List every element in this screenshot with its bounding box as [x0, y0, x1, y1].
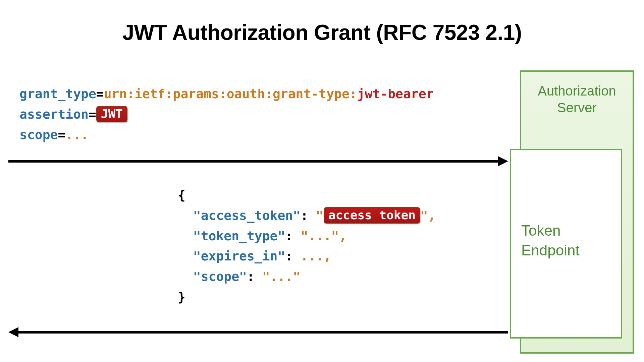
- open-brace: {: [178, 185, 436, 205]
- scope-key: scope: [19, 127, 58, 142]
- response-arrow-icon: [8, 327, 508, 337]
- response-json: { "access_token": "access token", "token…: [178, 185, 436, 307]
- quote-close: ",: [420, 208, 436, 223]
- request-arrow-icon: [8, 156, 508, 166]
- token-type-key: "token_type": [193, 229, 285, 243]
- token-type-value: "...",: [301, 229, 346, 243]
- grant-type-key: grant_type: [19, 86, 96, 101]
- scope-line: scope=...: [19, 125, 434, 145]
- jwt-badge: JWT: [96, 106, 127, 122]
- access-token-line: "access_token": "access token",: [178, 205, 436, 226]
- slide-title: JWT Authorization Grant (RFC 7523 2.1): [0, 20, 644, 45]
- resp-scope-key: "scope": [193, 269, 247, 284]
- expires-in-key: "expires_in": [193, 249, 285, 263]
- grant-type-urn: urn:ietf:params:oauth:grant-type:: [104, 86, 357, 101]
- equals-sign: =: [89, 107, 96, 122]
- equals-sign: =: [58, 127, 65, 142]
- colon: :: [247, 269, 255, 284]
- close-brace: }: [178, 287, 436, 307]
- expires-in-line: "expires_in": ...,: [178, 246, 436, 266]
- access-token-badge: access token: [324, 207, 420, 224]
- token-type-line: "token_type": "...",: [178, 226, 436, 246]
- colon: :: [285, 249, 293, 263]
- scope-value: ...: [65, 127, 89, 142]
- scope-line: "scope": "...": [178, 266, 436, 287]
- token-endpoint-label: TokenEndpoint: [511, 150, 621, 260]
- quote-open: ": [316, 208, 324, 223]
- equals-sign: =: [96, 86, 104, 101]
- request-parameters: grant_type=urn:ietf:params:oauth:grant-t…: [19, 84, 434, 145]
- authorization-server-label: AuthorizationServer: [521, 72, 633, 116]
- resp-scope-value: "...": [262, 269, 301, 284]
- grant-type-line: grant_type=urn:ietf:params:oauth:grant-t…: [19, 84, 434, 104]
- colon: :: [301, 208, 308, 223]
- grant-type-jwt-bearer: jwt-bearer: [357, 86, 434, 101]
- access-token-key: "access_token": [193, 208, 301, 223]
- expires-in-value: ...,: [301, 249, 331, 263]
- assertion-key: assertion: [19, 107, 89, 122]
- token-endpoint-box: TokenEndpoint: [510, 149, 622, 339]
- colon: :: [285, 229, 293, 243]
- assertion-line: assertion=JWT: [19, 104, 434, 125]
